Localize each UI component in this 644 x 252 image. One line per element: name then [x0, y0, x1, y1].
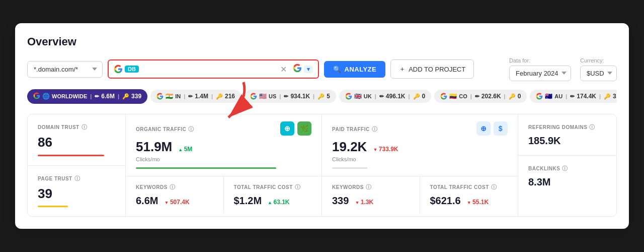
region-tab-in[interactable]: 🇮🇳 IN | ✏ 1.4M | 🔑 216: [150, 90, 241, 103]
page-trust-value: 39: [38, 186, 115, 201]
worldwide-label: WORLDWIDE: [52, 93, 87, 99]
add-project-button[interactable]: ＋ ADD TO PROJECT: [390, 59, 474, 79]
keywords-value: 6.6M: [136, 195, 158, 206]
analyze-label: ANALYZE: [345, 66, 377, 73]
page-trust-bar: [38, 206, 68, 207]
info-icon-4[interactable]: ⓘ: [170, 183, 176, 191]
paid-traffic-sub: Clicks/mo: [332, 156, 508, 162]
info-icon-2[interactable]: ⓘ: [74, 175, 80, 182]
backlinks-value: 8.3M: [528, 176, 606, 187]
info-icon-8[interactable]: ⓘ: [491, 183, 497, 191]
key-icon-in: 🔑: [216, 93, 223, 100]
region-tab-au[interactable]: 🇦🇺 AU | ✏ 174.4K | 🔑 3: [530, 90, 617, 103]
key-icon-co: 🔑: [509, 93, 516, 100]
db-badge: DB: [125, 66, 139, 73]
au-keywords: 3: [613, 93, 616, 100]
au-traffic: 174.4K: [577, 93, 596, 100]
organic-green-icon[interactable]: 🌿: [297, 121, 311, 136]
search-box: DB myntra.com ✕ ▾: [108, 59, 319, 79]
worldwide-keywords: 339: [131, 93, 141, 100]
google-icon-2: [293, 64, 302, 75]
total-traffic-cost-change: 63.1K: [268, 199, 289, 206]
organic-teal-icon[interactable]: ⊕: [280, 121, 294, 136]
region-tabs: 🌐 WORLDWIDE | ✏ 6.6M | 🔑 339 🇮🇳 IN | ✏ 1…: [27, 89, 617, 104]
paid-dollar-icon[interactable]: $: [494, 121, 508, 136]
metrics-grid: DOMAIN TRUST ⓘ 86 PAGE TRUST ⓘ 39: [27, 114, 617, 217]
uk-traffic: 496.1K: [386, 93, 406, 100]
organic-icons: ⊕ 🌿: [280, 121, 311, 136]
total-traffic-cost-value: $1.2M: [234, 195, 262, 206]
info-icon-5[interactable]: ⓘ: [295, 183, 301, 191]
worldwide-traffic: 6.6M: [101, 93, 115, 100]
uk-keywords: 0: [422, 93, 426, 100]
us-keywords: 5: [327, 93, 330, 100]
dropdown-toggle[interactable]: ▾: [304, 66, 313, 73]
region-tab-co[interactable]: 🇨🇴 CO | ✏ 202.6K | 🔑 0: [434, 90, 527, 103]
region-tab-us[interactable]: 🇺🇸 US | ✏ 934.1K | 🔑 5: [244, 90, 336, 103]
key-icon-uk: 🔑: [413, 93, 420, 100]
pen-icon-co: ✏: [475, 93, 479, 100]
paid-traffic-value: 19.2K: [332, 140, 367, 154]
us-label: US: [269, 93, 276, 99]
total-traffic-cost-label: TOTAL TRAFFIC COST ⓘ: [234, 183, 312, 191]
uk-flag: 🇬🇧: [354, 93, 362, 100]
paid-keywords-label: KEYWORDS ⓘ: [332, 183, 410, 191]
organic-panel: ORGANIC TRAFFIC ⓘ ⊕ 🌿 51.9M 5M Clicks/mo: [126, 114, 322, 216]
paid-panel: PAID TRAFFIC ⓘ ⊕ $ 19.2K 733.9K Clicks/m…: [322, 114, 518, 216]
organic-traffic-change: 5M: [178, 146, 192, 153]
currency-label: Currency:: [580, 57, 617, 64]
worldwide-flag: 🌐: [42, 93, 50, 100]
co-label: CO: [459, 93, 467, 99]
organic-traffic-value: 51.9M: [136, 140, 172, 154]
pen-icon-in: ✏: [188, 93, 193, 100]
paid-keywords-value: 339: [332, 195, 349, 206]
paid-traffic-cost-change: 55.1K: [467, 199, 489, 206]
us-traffic: 934.1K: [290, 93, 310, 100]
au-flag: 🇦🇺: [545, 93, 552, 100]
google-icon: [114, 65, 123, 74]
info-icon-3[interactable]: ⓘ: [188, 125, 194, 133]
key-icon-us: 🔑: [317, 93, 325, 100]
paid-traffic-label: PAID TRAFFIC ⓘ ⊕ $: [332, 123, 508, 136]
clear-icon[interactable]: ✕: [280, 65, 287, 74]
domain-filter-select[interactable]: *.domain.com/*: [27, 61, 103, 78]
search-icon: 🔍: [333, 66, 342, 73]
search-input[interactable]: myntra.com: [143, 65, 280, 73]
organic-traffic-label: ORGANIC TRAFFIC ⓘ ⊕ 🌿: [136, 123, 311, 136]
info-icon-10[interactable]: ⓘ: [562, 165, 568, 172]
paid-traffic-cost-label: TOTAL TRAFFIC COST ⓘ: [430, 183, 508, 191]
domain-trust-bar: [38, 155, 104, 156]
referring-panel: REFERRING DOMAINS ⓘ 185.9K BACKLINKS ⓘ 8…: [518, 114, 616, 216]
co-flag: 🇨🇴: [449, 93, 457, 100]
page-title: Overview: [27, 35, 617, 48]
domain-trust-label: DOMAIN TRUST ⓘ: [38, 123, 115, 131]
co-keywords: 0: [518, 93, 521, 100]
co-traffic: 202.6K: [481, 93, 501, 100]
top-bar: *.domain.com/* DB myntra.com ✕: [27, 57, 617, 81]
paid-keywords-change: 1.3K: [355, 199, 373, 206]
organic-traffic-bar: [136, 167, 276, 169]
paid-blue-icon[interactable]: ⊕: [476, 121, 491, 136]
in-traffic: 1.4M: [195, 93, 208, 100]
plus-icon: ＋: [399, 65, 406, 74]
date-select[interactable]: February 2024: [509, 66, 571, 81]
region-tab-uk[interactable]: 🇬🇧 UK | ✏ 496.1K | 🔑 0: [339, 90, 431, 103]
referring-domains-label: REFERRING DOMAINS ⓘ: [528, 123, 606, 131]
currency-select[interactable]: $USD: [580, 66, 617, 81]
google-icon-tab: [33, 92, 40, 101]
in-flag: 🇮🇳: [166, 93, 173, 100]
paid-traffic-change: 733.9K: [373, 146, 398, 153]
region-tab-worldwide[interactable]: 🌐 WORLDWIDE | ✏ 6.6M | 🔑 339: [27, 89, 147, 104]
au-label: AU: [554, 93, 562, 99]
key-icon-au: 🔑: [604, 93, 611, 100]
info-icon[interactable]: ⓘ: [82, 123, 88, 131]
domain-trust-value: 86: [38, 135, 115, 150]
analyze-button[interactable]: 🔍 ANALYZE: [324, 61, 385, 78]
info-icon-6[interactable]: ⓘ: [372, 125, 378, 133]
page-trust-label: PAGE TRUST ⓘ: [38, 175, 115, 182]
info-icon-9[interactable]: ⓘ: [589, 123, 595, 131]
keywords-label: KEYWORDS ⓘ: [136, 183, 213, 191]
organic-traffic-sub: Clicks/mo: [136, 156, 311, 162]
info-icon-7[interactable]: ⓘ: [366, 183, 372, 191]
uk-label: UK: [364, 93, 372, 99]
